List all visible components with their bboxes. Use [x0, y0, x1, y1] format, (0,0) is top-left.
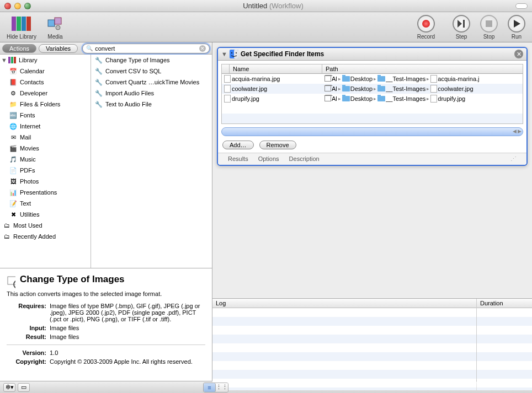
- home-icon: [324, 76, 331, 82]
- scroll-left-icon[interactable]: ◀: [513, 128, 517, 134]
- minimize-window-button[interactable]: [14, 3, 21, 9]
- column-header-name[interactable]: Name: [230, 64, 322, 73]
- category-icon: 🖼: [9, 177, 18, 186]
- folder-icon: [342, 86, 350, 91]
- category-icon: 🔤: [9, 111, 18, 120]
- log-panel: Log Duration: [212, 298, 532, 381]
- record-button[interactable]: Record: [417, 15, 435, 40]
- action-item[interactable]: 🔧Change Type of Images: [91, 55, 212, 66]
- toolbar-toggle-pill[interactable]: [515, 3, 528, 9]
- clear-search-icon[interactable]: ✕: [199, 45, 206, 52]
- home-icon: [324, 96, 331, 101]
- library-item-files-folders[interactable]: 📁Files & Folders: [0, 99, 91, 110]
- library-item-utilities[interactable]: ✖Utilities: [0, 209, 91, 220]
- list-icon: ≡: [208, 384, 211, 391]
- table-row[interactable]: drupify.jpg Al▸ Desktop▸ __Test-Images▸ …: [222, 94, 523, 104]
- table-row[interactable]: coolwater.jpg Al▸ Desktop▸ __Test-Images…: [222, 84, 523, 94]
- folder-icon: [377, 76, 385, 82]
- tab-actions[interactable]: Actions: [2, 44, 36, 53]
- category-icon: ⚙: [9, 89, 18, 98]
- library-tree[interactable]: ▼Library📅Calendar📕Contacts⚙Developer📁Fil…: [0, 55, 91, 268]
- category-icon: 🌐: [9, 122, 18, 131]
- svg-point-10: [231, 52, 232, 53]
- close-icon[interactable]: ✕: [514, 50, 523, 58]
- tab-results[interactable]: Results: [228, 155, 248, 163]
- step-button[interactable]: Step: [453, 15, 470, 40]
- remove-button[interactable]: Remove: [259, 141, 296, 149]
- home-icon: [324, 86, 331, 91]
- flow-icon: ⋮⋮: [216, 384, 228, 391]
- action-list[interactable]: 🔧Change Type of Images🔧Convert CSV to SQ…: [91, 55, 212, 268]
- run-button[interactable]: Run: [508, 15, 525, 40]
- zoom-window-button[interactable]: [24, 3, 31, 9]
- gear-menu-button[interactable]: ✼▾: [3, 383, 15, 392]
- svg-rect-0: [48, 20, 55, 26]
- collapse-icon: ▭: [21, 384, 26, 391]
- action-item[interactable]: 🔧Text to Audio File: [91, 99, 212, 110]
- file-icon: [430, 75, 437, 83]
- category-icon: ✉: [9, 133, 18, 142]
- library-item-pdfs[interactable]: 📄PDFs: [0, 165, 91, 176]
- tab-options[interactable]: Options: [258, 155, 279, 163]
- svg-point-2: [56, 25, 60, 30]
- file-icon: [430, 95, 437, 103]
- close-window-button[interactable]: [4, 3, 11, 9]
- category-icon: 📕: [9, 78, 18, 87]
- library-item-music[interactable]: 🎵Music: [0, 154, 91, 165]
- action-icon: 🔧: [94, 56, 103, 64]
- resize-grip-icon[interactable]: ⋰: [510, 155, 517, 163]
- library-item-contacts[interactable]: 📕Contacts: [0, 77, 91, 88]
- library-item-presentations[interactable]: 📊Presentations: [0, 187, 91, 198]
- horizontal-scrollbar[interactable]: ◀ ▶: [221, 127, 523, 136]
- scroll-right-icon[interactable]: ▶: [518, 128, 522, 134]
- file-table[interactable]: Name Path acquia-marina.jpg Al▸ Desktop▸…: [221, 64, 523, 124]
- svg-rect-9: [234, 50, 238, 58]
- folder-icon: [377, 86, 385, 91]
- category-icon: 📝: [9, 199, 18, 208]
- column-header-log[interactable]: Log: [212, 299, 476, 308]
- gear-icon: ✼▾: [6, 384, 14, 391]
- preview-app-icon: [7, 277, 15, 286]
- svg-rect-4: [463, 20, 465, 28]
- library-item-calendar[interactable]: 📅Calendar: [0, 66, 91, 77]
- library-item-movies[interactable]: 🎬Movies: [0, 143, 91, 154]
- library-item-most-used[interactable]: 🗂Most Used: [0, 220, 91, 231]
- library-item-developer[interactable]: ⚙Developer: [0, 88, 91, 99]
- action-icon: 🔧: [94, 89, 103, 98]
- action-icon: 🔧: [94, 67, 103, 76]
- library-item-fonts[interactable]: 🔤Fonts: [0, 110, 91, 121]
- library-root[interactable]: ▼Library: [0, 55, 91, 66]
- media-button[interactable]: Media: [46, 15, 64, 40]
- tab-description[interactable]: Description: [289, 155, 320, 163]
- window-title: Untitled (Workflow): [31, 2, 515, 10]
- category-icon: ✖: [9, 210, 18, 219]
- workflow-canvas[interactable]: ▼ Get Specified Finder Items ✕ Name Path…: [212, 42, 532, 298]
- view-toggle-button[interactable]: ▭: [18, 383, 30, 392]
- card-title: Get Specified Finder Items: [241, 50, 324, 58]
- svg-point-11: [236, 52, 237, 53]
- action-item[interactable]: 🔧Convert CSV to SQL: [91, 66, 212, 77]
- hide-library-button[interactable]: Hide Library: [7, 15, 36, 40]
- column-header-duration[interactable]: Duration: [477, 299, 532, 308]
- library-item-internet[interactable]: 🌐Internet: [0, 121, 91, 132]
- add-button[interactable]: Add…: [222, 141, 254, 149]
- table-row[interactable]: acquia-marina.jpg Al▸ Desktop▸ __Test-Im…: [222, 74, 523, 84]
- category-icon: 🎵: [9, 155, 18, 164]
- column-header-path[interactable]: Path: [322, 64, 523, 73]
- library-item-mail[interactable]: ✉Mail: [0, 132, 91, 143]
- action-item[interactable]: 🔧Convert Quartz …uickTime Movies: [91, 77, 212, 88]
- smart-folder-icon: 🗂: [2, 221, 11, 230]
- library-item-recently-added[interactable]: 🗂Recently Added: [0, 231, 91, 242]
- tab-variables[interactable]: Variables: [39, 44, 78, 53]
- stop-button[interactable]: Stop: [480, 15, 498, 40]
- library-item-text[interactable]: 📝Text: [0, 198, 91, 209]
- disclosure-triangle-icon[interactable]: ▼: [221, 51, 227, 57]
- file-icon: [224, 95, 231, 103]
- view-flow-button[interactable]: ⋮⋮: [216, 383, 228, 392]
- library-item-photos[interactable]: 🖼Photos: [0, 176, 91, 187]
- smart-folder-icon: 🗂: [2, 232, 11, 241]
- view-list-button[interactable]: ≡: [204, 383, 216, 392]
- action-item[interactable]: 🔧Import Audio Files: [91, 88, 212, 99]
- search-field[interactable]: 🔍 ✕: [82, 44, 210, 53]
- search-input[interactable]: [93, 45, 199, 52]
